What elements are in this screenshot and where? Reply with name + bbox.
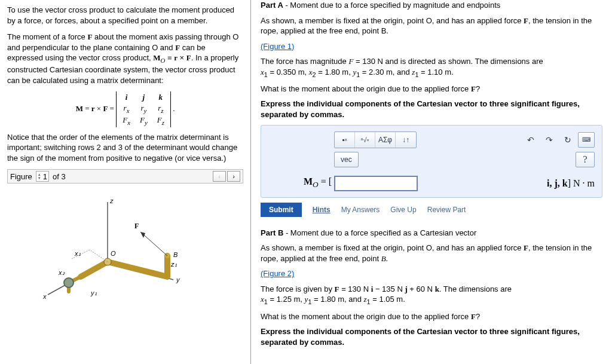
svg-line-19 [90,250,108,262]
figure-of: of 3 [53,172,66,181]
reset-icon[interactable]: ↻ [559,132,576,148]
part-b-header: Part B - Moment due to a force specified… [261,228,602,238]
toolbar-row-2: vec ? [268,152,595,167]
review-part-link[interactable]: Review Part [427,206,466,214]
svg-text:O: O [111,250,116,257]
vec-button[interactable]: vec [334,152,359,167]
note-text: Notice that the order of the elements of… [7,132,243,164]
svg-text:F: F [134,222,139,230]
figure-next-button[interactable]: › [227,171,240,182]
answer-box: ▪x ⁿ√▫ ΑΣφ ↓↑ ↶ ↷ ↻ ⌨ vec ? MO = [ i, j,… [261,125,602,198]
keyboard-icon[interactable]: ⌨ [578,132,595,148]
my-answers-link[interactable]: My Answers [341,206,380,214]
subscript-icon[interactable]: ↓↑ [396,132,416,148]
figure-prev-button[interactable]: ‹ [213,171,226,182]
intro-text: To use the vector cross product to calcu… [7,5,243,26]
svg-point-9 [64,278,74,287]
svg-text:x₁: x₁ [74,250,81,257]
svg-text:z: z [109,197,114,204]
answer-input[interactable] [334,176,418,191]
svg-marker-11 [140,232,145,238]
parts-pane: Part A - Moment due to a force specified… [251,0,612,364]
toolbar-row-1: ▪x ⁿ√▫ ΑΣφ ↓↑ ↶ ↷ ↻ ⌨ [268,131,595,148]
stepper-arrows-icon: ▲▼ [38,173,41,180]
svg-text:B: B [173,251,178,258]
figure-1-link[interactable]: (Figure 1) [261,42,294,51]
part-b-instructions: Express the individual components of the… [261,326,602,347]
undo-icon[interactable]: ↶ [522,132,539,148]
give-up-link[interactable]: Give Up [390,206,416,214]
part-b-question: What is the moment about the origin due … [261,311,602,322]
part-b-setup: As shown, a member is fixed at the origi… [261,243,602,264]
figure-image: z y x F O B x₁ x₂ y₁ z₁ [12,187,239,307]
part-a-question: What is the moment about the origin due … [261,84,602,94]
template-icon[interactable]: ▪x [335,132,355,148]
figure-select[interactable]: ▲▼ 1 [36,171,49,182]
figure-selector-bar: Figure ▲▼ 1 of 3 ‹ › [7,169,243,183]
svg-text:z₁: z₁ [170,261,177,268]
svg-line-6 [81,262,108,277]
redo-icon[interactable]: ↷ [541,132,558,148]
svg-text:x₂: x₂ [58,269,65,276]
submit-button[interactable]: Submit [261,203,302,217]
fraction-root-icon[interactable]: ⁿ√▫ [355,132,375,148]
part-a-setup: As shown, a member is fixed at the origi… [261,16,602,36]
equation-row: MO = [ i, j, k] N · m [268,176,595,191]
svg-line-10 [140,232,167,256]
part-a-instructions: Express the individual components of the… [261,99,602,120]
learning-goal-pane: To use the vector cross product to calcu… [0,0,251,364]
svg-text:y₁: y₁ [90,289,97,296]
help-button[interactable]: ? [576,152,595,167]
hints-link[interactable]: Hints [313,206,331,214]
svg-text:y: y [176,276,180,283]
greek-symbols-button[interactable]: ΑΣφ [375,132,396,148]
theory-text: The moment of a force F about the moment… [7,32,243,85]
figure-2-link[interactable]: (Figure 2) [261,269,294,278]
figure-label: Figure [10,172,32,181]
part-b-givens: The force is given by F = 130 N i − 135 … [261,284,602,307]
svg-text:x: x [42,293,47,300]
part-a-givens: The force has magnitude F = 130 N and is… [261,56,602,79]
part-a-header: Part A - Moment due to a force specified… [261,0,602,11]
determinant-formula: M = r × F = ijk rxryrz FxFyFz . [7,91,243,127]
control-row: Submit Hints My Answers Give Up Review P… [261,203,602,217]
